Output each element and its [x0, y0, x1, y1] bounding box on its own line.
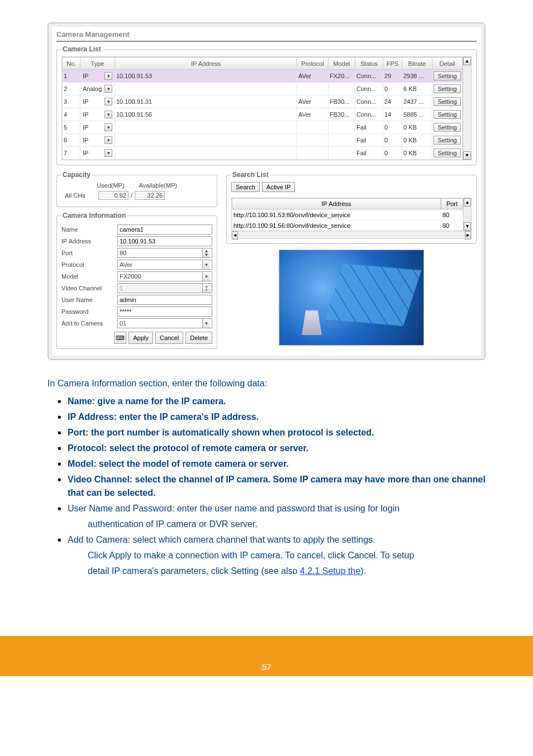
user-input[interactable]: [117, 295, 212, 305]
camera-list-fieldset: Camera List No. Type IP Address Protocol: [56, 45, 477, 165]
camera-info-fieldset: Camera Information Name IP Address Port …: [56, 212, 217, 349]
camera-list-scrollbar[interactable]: ▲ ▼: [463, 57, 471, 160]
search-hscroll[interactable]: ◄ ►: [232, 231, 471, 238]
keyboard-icon[interactable]: ⌨: [114, 332, 126, 344]
ip-input[interactable]: [117, 236, 212, 246]
vchannel-stepper[interactable]: 1▲▼: [117, 283, 212, 293]
port-stepper[interactable]: 80▲▼: [117, 248, 212, 258]
table-row[interactable]: 4IP▾10.100.91.56AVerFB30...Conn...145885…: [63, 108, 471, 121]
doc-bullet: Video Channel: select the channel of IP …: [58, 473, 486, 500]
stepper-arrows-icon[interactable]: ▲▼: [202, 284, 210, 293]
chevron-down-icon[interactable]: ▾: [104, 98, 112, 106]
lbl-ip: IP Address: [61, 238, 117, 245]
doc-bullet: Add to Camera: select which camera chann…: [58, 533, 486, 578]
doc-bullet: Protocol: select the protocol of remote …: [58, 442, 486, 455]
doc-link[interactable]: 4.2.1 Setup the: [300, 566, 361, 576]
chevron-down-icon[interactable]: ▼: [202, 260, 210, 269]
search-list-legend: Search List: [231, 171, 270, 179]
th-no[interactable]: No.: [63, 58, 80, 70]
th-fps[interactable]: FPS: [383, 58, 402, 70]
table-row[interactable]: 6IP▾Fail00 KBSetting: [63, 134, 471, 147]
setting-button[interactable]: Setting: [434, 136, 461, 145]
doc-bullet: User Name and Password: enter the user n…: [58, 502, 486, 531]
search-th-ip[interactable]: IP Address: [232, 198, 441, 209]
capacity-legend: Capacity: [61, 171, 92, 179]
setting-button[interactable]: Setting: [434, 84, 461, 93]
doc-bullet: Model: select the model of remote camera…: [58, 457, 486, 471]
capacity-avail-value: 32.26: [135, 191, 165, 200]
search-vscroll[interactable]: ▲ ▼: [463, 198, 471, 231]
list-item[interactable]: http://10.100.91.56:80/onvif/device_serv…: [232, 220, 471, 231]
setting-button[interactable]: Setting: [434, 110, 461, 119]
table-row[interactable]: 3IP▾10.100.91.31AVerFB30...Conn...242437…: [63, 95, 471, 108]
th-ip[interactable]: IP Address: [115, 58, 297, 70]
scroll-up-icon[interactable]: ▲: [463, 57, 471, 65]
protocol-select[interactable]: AVer▼: [117, 260, 212, 270]
th-protocol[interactable]: Protocol: [297, 58, 329, 70]
scroll-down-icon[interactable]: ▼: [464, 222, 471, 231]
th-status[interactable]: Status: [355, 58, 383, 70]
name-input[interactable]: [117, 224, 212, 235]
setting-button[interactable]: Setting: [434, 97, 461, 106]
th-detail[interactable]: Detail: [432, 58, 463, 70]
capacity-fieldset: Capacity Used(MP) Available(MP) All CHs …: [56, 171, 217, 207]
lbl-user: User Name: [61, 296, 117, 303]
camera-info-legend: Camera Information: [61, 212, 127, 219]
search-button[interactable]: Search: [231, 182, 260, 192]
th-bitrate[interactable]: Bitrate: [402, 58, 432, 70]
th-model[interactable]: Model: [329, 58, 355, 70]
setting-button[interactable]: Setting: [434, 123, 461, 132]
model-select[interactable]: FX2000▼: [117, 271, 212, 281]
lbl-protocol: Protocol: [61, 261, 117, 268]
setting-button[interactable]: Setting: [434, 149, 461, 157]
capacity-sep: /: [131, 192, 132, 199]
lbl-pwd: Password: [61, 308, 117, 315]
capacity-allchs: All CHs: [65, 192, 96, 199]
search-th-port[interactable]: Port: [441, 198, 463, 209]
list-item[interactable]: http://10.100.91.53:80/onvif/device_serv…: [232, 209, 471, 220]
doc-intro: In Camera Information section, enter the…: [47, 377, 486, 390]
chevron-down-icon[interactable]: ▾: [104, 123, 112, 131]
cancel-button[interactable]: Cancel: [155, 332, 183, 344]
activeip-button[interactable]: Active IP: [262, 182, 295, 192]
lbl-vchan: Video Channel: [61, 285, 117, 291]
table-row[interactable]: 5IP▾Fail00 KBSetting: [63, 121, 471, 134]
scroll-left-icon[interactable]: ◄: [232, 231, 238, 240]
capacity-used-label: Used(MP): [97, 182, 125, 189]
chevron-down-icon[interactable]: ▼: [202, 272, 210, 281]
lbl-name: Name: [61, 226, 117, 233]
lbl-port: Port: [61, 250, 117, 256]
table-row[interactable]: 2Analog▾Conn...06 KBSetting: [63, 83, 471, 95]
lbl-addto: Add to Camera: [61, 320, 117, 327]
scroll-down-icon[interactable]: ▼: [463, 151, 471, 160]
table-row[interactable]: 7IP▾Fail00 KBSetting▼: [63, 147, 471, 160]
doc-bullet: Port: the port number is automatically s…: [58, 426, 486, 439]
chevron-down-icon[interactable]: ▾: [104, 111, 112, 118]
chevron-down-icon[interactable]: ▾: [104, 149, 112, 157]
addto-select[interactable]: 01▼: [117, 318, 212, 328]
camera-list-table: No. Type IP Address Protocol Model Statu…: [62, 57, 471, 160]
document-body: In Camera Information section, enter the…: [47, 377, 486, 578]
stepper-arrows-icon[interactable]: ▲▼: [202, 248, 210, 257]
chevron-down-icon[interactable]: ▾: [104, 136, 112, 144]
chevron-down-icon[interactable]: ▼: [202, 319, 210, 328]
doc-bullet: Name: give a name for the IP camera.: [58, 395, 486, 408]
password-input[interactable]: [117, 307, 212, 317]
setting-button[interactable]: Setting: [434, 71, 461, 80]
camera-preview-image: [279, 250, 424, 346]
doc-bullet: IP Address: enter the IP camera's IP add…: [58, 410, 486, 424]
capacity-used-value: 0.92: [98, 191, 129, 200]
apply-button[interactable]: Apply: [129, 332, 153, 344]
window-title: Camera Management: [56, 29, 477, 42]
scroll-right-icon[interactable]: ►: [465, 231, 471, 240]
scroll-up-icon[interactable]: ▲: [464, 198, 471, 207]
chevron-down-icon[interactable]: ▾: [104, 85, 112, 93]
page-footer: 57: [0, 636, 533, 676]
table-row[interactable]: 1IP▾10.100.91.53AVerFX20...Conn...292938…: [63, 70, 471, 83]
chevron-down-icon[interactable]: ▾: [104, 72, 112, 80]
delete-button[interactable]: Delete: [185, 332, 212, 344]
camera-list-legend: Camera List: [61, 45, 102, 53]
th-type[interactable]: Type: [80, 58, 115, 70]
capacity-avail-label: Available(MP): [139, 182, 177, 189]
search-list-fieldset: Search List Search Active IP IP Address …: [226, 171, 477, 244]
